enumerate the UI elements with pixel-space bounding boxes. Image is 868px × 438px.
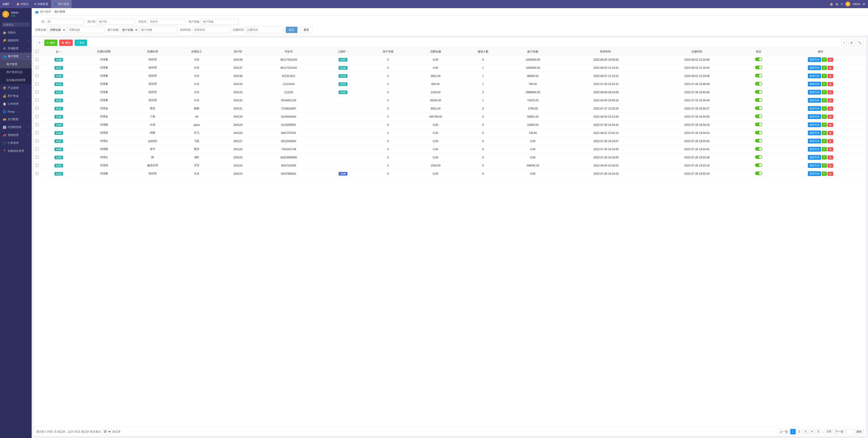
filter-input-amount[interactable] bbox=[67, 27, 105, 33]
row-edit-button[interactable]: ✏ bbox=[822, 82, 827, 86]
row-edit-button[interactable]: ✏ bbox=[822, 147, 827, 151]
page-jump-input[interactable] bbox=[846, 429, 854, 434]
delete-button[interactable]: 🗑 删除 bbox=[59, 39, 73, 46]
filter-input-userlevel[interactable] bbox=[201, 19, 239, 25]
sidebar-item-products[interactable]: 📦 产品管理 bbox=[0, 84, 32, 92]
status-toggle[interactable] bbox=[755, 106, 762, 110]
row-delete-button[interactable]: 🗑 bbox=[828, 74, 833, 78]
filter-input-phone[interactable] bbox=[148, 19, 186, 25]
filter-input-regtime[interactable] bbox=[245, 27, 283, 33]
page-btn-1[interactable]: 1 bbox=[790, 429, 796, 434]
row-delete-button[interactable]: 🗑 bbox=[828, 139, 833, 143]
invite-list-button[interactable]: 邀请列表 bbox=[808, 57, 821, 62]
row-select-checkbox[interactable] bbox=[35, 172, 38, 175]
row-edit-button[interactable]: ✏ bbox=[822, 131, 827, 135]
filter-input-id[interactable] bbox=[46, 19, 84, 25]
status-toggle[interactable] bbox=[755, 115, 762, 118]
row-edit-button[interactable]: ✏ bbox=[822, 155, 827, 159]
status-toggle[interactable] bbox=[755, 66, 762, 69]
sidebar-item-users[interactable]: 用户管理 bbox=[0, 60, 32, 68]
nav-item-config[interactable]: ⚙ 参数配置 bbox=[31, 0, 51, 8]
sidebar-item-dashboard[interactable]: 🏠 控制台 bbox=[0, 29, 32, 37]
status-toggle[interactable] bbox=[755, 123, 762, 126]
sidebar-item-general-config[interactable]: ⚙ 常规配置 › bbox=[0, 45, 32, 53]
invite-list-button[interactable]: 邀请列表 bbox=[808, 82, 821, 86]
sidebar-item-permissions[interactable]: 🔑 权限管理 › bbox=[0, 37, 32, 45]
row-edit-button[interactable]: ✏ bbox=[822, 90, 827, 94]
row-select-checkbox[interactable] bbox=[35, 115, 38, 118]
row-delete-button[interactable]: 🗑 bbox=[828, 115, 833, 119]
sidebar-item-sms[interactable]: 短信验证码管理 bbox=[0, 76, 32, 84]
prev-page-button[interactable]: 上一页 bbox=[778, 429, 789, 434]
settings-icon[interactable]: ⚙ bbox=[863, 2, 865, 6]
row-delete-button[interactable]: 🗑 bbox=[828, 172, 833, 176]
row-delete-button[interactable]: 🗑 bbox=[828, 107, 833, 111]
row-delete-button[interactable]: 🗑 bbox=[828, 164, 833, 168]
row-edit-button[interactable]: ✏ bbox=[822, 115, 827, 119]
status-toggle[interactable] bbox=[755, 172, 762, 175]
sidebar-item-orders[interactable]: 📋 订单管理 › bbox=[0, 100, 32, 108]
sidebar-item-proxy[interactable]: 🌐 Proxy bbox=[0, 108, 32, 115]
sidebar-item-payment[interactable]: 💳 支付配置 bbox=[0, 115, 32, 123]
nav-item-dashboard[interactable]: 🏠 控制台 bbox=[13, 0, 31, 8]
filter-select-amount[interactable]: 消费金额 bbox=[48, 27, 66, 33]
row-edit-button[interactable]: ✏ bbox=[822, 163, 827, 168]
filter-reset-button[interactable]: 重置 bbox=[300, 27, 312, 33]
sidebar-item-user-mgmt[interactable]: 👥 用户管理 ∨ bbox=[0, 53, 32, 60]
status-toggle[interactable] bbox=[755, 163, 762, 167]
row-delete-button[interactable]: 🗑 bbox=[828, 123, 833, 127]
row-delete-button[interactable]: 🗑 bbox=[828, 131, 833, 135]
row-delete-button[interactable]: 🗑 bbox=[828, 58, 833, 62]
invite-list-button[interactable]: 邀请列表 bbox=[808, 122, 821, 127]
row-delete-button[interactable]: 🗑 bbox=[828, 82, 833, 86]
row-delete-button[interactable]: 🗑 bbox=[828, 90, 833, 94]
edit-button[interactable]: ✏ 编辑 bbox=[44, 39, 57, 46]
row-edit-button[interactable]: ✏ bbox=[822, 74, 827, 78]
close-icon[interactable]: ✕ bbox=[841, 2, 843, 6]
invite-list-button[interactable]: 邀请列表 bbox=[808, 130, 821, 135]
home-nav-icon[interactable]: 🏠 bbox=[830, 2, 833, 6]
row-select-checkbox[interactable] bbox=[35, 82, 38, 85]
invite-list-button[interactable]: 邀请列表 bbox=[808, 171, 821, 176]
page-btn-5[interactable]: 5 bbox=[815, 429, 821, 434]
sidebar-item-agent[interactable]: 👔 代理商管理 › bbox=[0, 123, 32, 131]
status-toggle[interactable] bbox=[755, 57, 762, 61]
row-edit-button[interactable]: ✏ bbox=[822, 106, 827, 111]
invite-list-button[interactable]: 邀请列表 bbox=[808, 147, 821, 152]
row-select-checkbox[interactable] bbox=[35, 58, 38, 61]
row-delete-button[interactable]: 🗑 bbox=[828, 155, 833, 159]
per-page-select[interactable]: 15 20 50 bbox=[101, 429, 112, 434]
status-toggle[interactable] bbox=[755, 98, 762, 102]
sidebar-item-marketing[interactable]: 📣 营销管理 › bbox=[0, 131, 32, 139]
status-toggle[interactable] bbox=[755, 82, 762, 86]
status-toggle[interactable] bbox=[755, 147, 762, 151]
row-edit-button[interactable]: ✏ bbox=[822, 123, 827, 127]
invite-list-button[interactable]: 邀请列表 bbox=[808, 155, 821, 160]
invite-list-button[interactable]: 邀请列表 bbox=[808, 65, 821, 70]
sidebar-item-login-log[interactable]: 用户登录日志 bbox=[0, 68, 32, 76]
filter-select-balance[interactable]: 账户余额 bbox=[120, 27, 138, 33]
column-settings-button[interactable]: ≡ bbox=[841, 39, 847, 46]
invite-list-button[interactable]: 邀请列表 bbox=[808, 90, 821, 94]
trash-icon[interactable]: 🗑 bbox=[835, 2, 838, 6]
row-edit-button[interactable]: ✏ bbox=[822, 57, 827, 62]
status-toggle[interactable] bbox=[755, 74, 762, 77]
row-edit-button[interactable]: ✏ bbox=[822, 66, 827, 70]
sidebar-search-input[interactable] bbox=[2, 22, 30, 27]
row-select-checkbox[interactable] bbox=[35, 99, 38, 101]
invite-list-button[interactable]: 邀请列表 bbox=[808, 74, 821, 78]
sidebar-item-exchange[interactable]: 💱 汇率管理 bbox=[0, 139, 32, 147]
page-btn-4[interactable]: 4 bbox=[809, 429, 815, 434]
invite-list-button[interactable]: 邀请列表 bbox=[808, 98, 821, 103]
filter-input-balance[interactable] bbox=[139, 27, 177, 33]
row-select-checkbox[interactable] bbox=[35, 139, 38, 142]
invite-list-button[interactable]: 邀请列表 bbox=[808, 139, 821, 143]
row-select-checkbox[interactable] bbox=[35, 74, 38, 77]
row-select-checkbox[interactable] bbox=[35, 131, 38, 134]
status-toggle[interactable] bbox=[755, 90, 762, 94]
select-all-checkbox[interactable] bbox=[35, 50, 38, 53]
table-search-button[interactable]: 🔍 bbox=[856, 39, 864, 46]
status-toggle[interactable] bbox=[755, 155, 762, 159]
layout-button[interactable]: ⊞ bbox=[848, 39, 855, 46]
invite-list-button[interactable]: 邀请列表 bbox=[808, 106, 821, 111]
